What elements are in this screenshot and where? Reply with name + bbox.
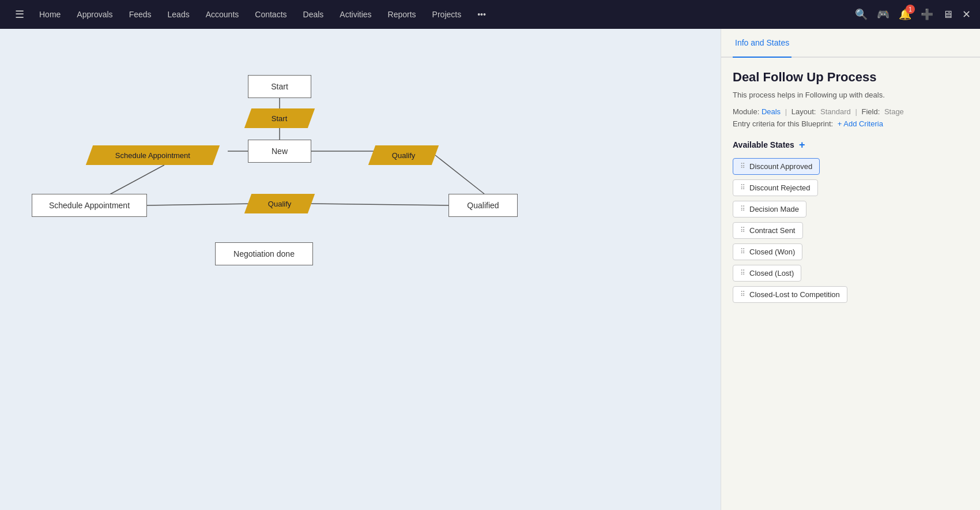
nav-approvals[interactable]: Approvals <box>70 6 119 22</box>
drag-handle-icon: ⠿ <box>740 269 746 277</box>
node-qualified[interactable]: Qualified <box>448 194 518 217</box>
node-schedule-rect[interactable]: Schedule Appointment <box>32 194 147 217</box>
drag-handle-icon: ⠿ <box>740 226 746 234</box>
state-closed-lost[interactable]: ⠿ Closed (Lost) <box>733 265 801 282</box>
node-schedule-diamond-top[interactable]: Schedule Appointment <box>89 145 216 165</box>
node-qualify-diamond-bot[interactable]: Qualify <box>248 194 311 213</box>
state-closed-won[interactable]: ⠿ Closed (Won) <box>733 243 802 260</box>
drag-handle-icon: ⠿ <box>740 205 746 213</box>
node-start-diamond[interactable]: Start <box>248 108 311 128</box>
drag-handle-icon: ⠿ <box>740 162 746 170</box>
add-icon[interactable]: ➕ <box>921 8 933 21</box>
gamepad-icon[interactable]: 🎮 <box>877 8 889 21</box>
panel-content: Deal Follow Up Process This process help… <box>721 58 980 510</box>
svg-line-7 <box>311 204 450 205</box>
node-negotiation[interactable]: Negotiation done <box>215 242 313 265</box>
nav-accounts[interactable]: Accounts <box>199 6 246 22</box>
available-states-label: Available States <box>733 140 794 149</box>
nav-projects[interactable]: Projects <box>425 6 469 22</box>
nav-feeds[interactable]: Feeds <box>122 6 159 22</box>
flowchart-canvas[interactable]: Start Start New Schedule Appointment Qua… <box>0 29 721 510</box>
node-new[interactable]: New <box>248 140 311 163</box>
menu-icon[interactable]: ☰ <box>9 5 30 24</box>
notification-icon[interactable]: 🔔 1 <box>899 8 911 21</box>
node-qualify-diamond-top[interactable]: Qualify <box>372 145 435 165</box>
drag-handle-icon: ⠿ <box>740 290 746 298</box>
notification-badge: 1 <box>906 5 915 14</box>
panel-meta-module: Module: Deals | Layout: Standard | Field… <box>733 107 968 116</box>
nav-home[interactable]: Home <box>32 6 67 22</box>
top-navigation: ☰ Home Approvals Feeds Leads Accounts Co… <box>0 0 980 29</box>
nav-reports[interactable]: Reports <box>381 6 423 22</box>
state-decision-made[interactable]: ⠿ Decision Made <box>733 201 806 217</box>
svg-line-5 <box>147 204 254 205</box>
module-link[interactable]: Deals <box>762 107 781 116</box>
search-icon[interactable]: 🔍 <box>855 8 868 21</box>
flow-lines-svg <box>0 29 721 510</box>
right-panel: Info and States Deal Follow Up Process T… <box>721 29 980 510</box>
tab-info-states[interactable]: Info and States <box>733 29 791 58</box>
nav-more[interactable]: ••• <box>470 6 493 22</box>
nav-contacts[interactable]: Contacts <box>248 6 293 22</box>
screen-icon[interactable]: 🖥 <box>943 9 953 21</box>
topnav-right-icons: 🔍 🎮 🔔 1 ➕ 🖥 ✕ <box>855 8 971 21</box>
available-states-header: Available States + <box>733 140 968 150</box>
entry-criteria: Entry criteria for this Blueprint: + Add… <box>733 119 968 128</box>
drag-handle-icon: ⠿ <box>740 183 746 192</box>
close-icon[interactable]: ✕ <box>962 8 971 21</box>
state-contract-sent[interactable]: ⠿ Contract Sent <box>733 222 803 239</box>
panel-title: Deal Follow Up Process <box>733 69 968 86</box>
nav-leads[interactable]: Leads <box>161 6 197 22</box>
panel-tabs: Info and States <box>721 29 980 58</box>
node-start-top[interactable]: Start <box>248 75 311 98</box>
main-container: Start Start New Schedule Appointment Qua… <box>0 29 980 510</box>
state-discount-rejected[interactable]: ⠿ Discount Rejected <box>733 179 818 196</box>
add-criteria-link[interactable]: + Add Criteria <box>838 119 883 128</box>
nav-deals[interactable]: Deals <box>296 6 331 22</box>
states-list: ⠿ Discount Approved ⠿ Discount Rejected … <box>733 158 968 308</box>
drag-handle-icon: ⠿ <box>740 247 746 256</box>
add-state-button[interactable]: + <box>799 140 805 150</box>
svg-line-6 <box>435 155 484 194</box>
state-closed-lost-competition[interactable]: ⠿ Closed-Lost to Competition <box>733 286 847 303</box>
state-discount-approved[interactable]: ⠿ Discount Approved <box>733 158 820 175</box>
panel-description: This process helps in Following up with … <box>733 91 968 99</box>
nav-activities[interactable]: Activities <box>333 6 378 22</box>
